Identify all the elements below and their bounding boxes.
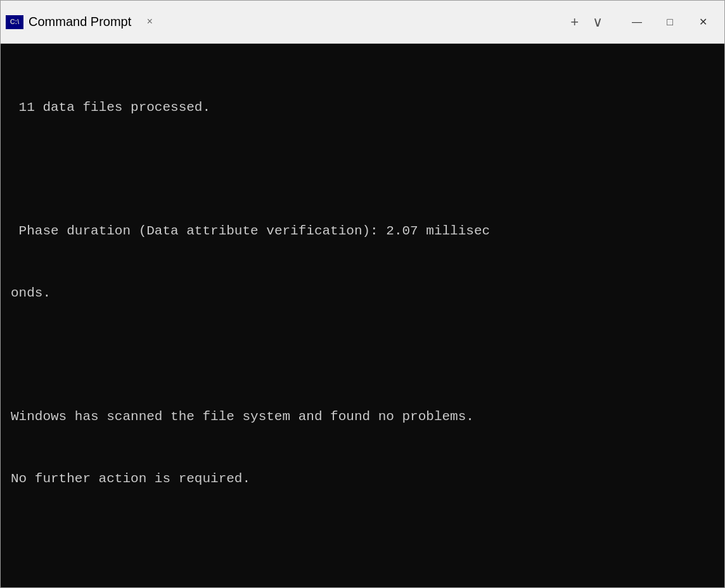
- output-line-6: Windows has scanned the file system and …: [11, 407, 714, 428]
- terminal-output: 11 data files processed. Phase duration …: [1, 44, 724, 587]
- output-line-1: 11 data files processed.: [11, 98, 714, 118]
- title-bar: C:\ Command Prompt × + ∨ — □ ✕: [1, 1, 724, 44]
- maximize-button[interactable]: □: [653, 10, 686, 35]
- output-line-empty-2: [11, 345, 714, 366]
- cmd-icon-label: C:\: [10, 18, 20, 25]
- output-line-empty-3: [11, 531, 714, 552]
- minimize-button[interactable]: —: [620, 10, 653, 35]
- output-line-empty-1: [11, 160, 714, 181]
- new-tab-button[interactable]: +: [565, 14, 584, 30]
- cmd-app-icon: C:\: [6, 15, 23, 29]
- tab-close-button[interactable]: ×: [143, 15, 157, 29]
- title-bar-center: + ∨: [553, 14, 620, 30]
- dropdown-button[interactable]: ∨: [587, 14, 608, 30]
- output-line-7: No further action is required.: [11, 469, 714, 490]
- window-title: Command Prompt: [29, 15, 131, 29]
- output-line-3: Phase duration (Data attribute verificat…: [11, 221, 714, 242]
- output-line-4: onds.: [11, 283, 714, 304]
- command-prompt-window: C:\ Command Prompt × + ∨ — □ ✕ 11 data f…: [0, 0, 725, 588]
- close-button[interactable]: ✕: [686, 10, 719, 35]
- title-bar-left: C:\ Command Prompt ×: [6, 15, 553, 29]
- title-bar-right: — □ ✕: [620, 10, 719, 35]
